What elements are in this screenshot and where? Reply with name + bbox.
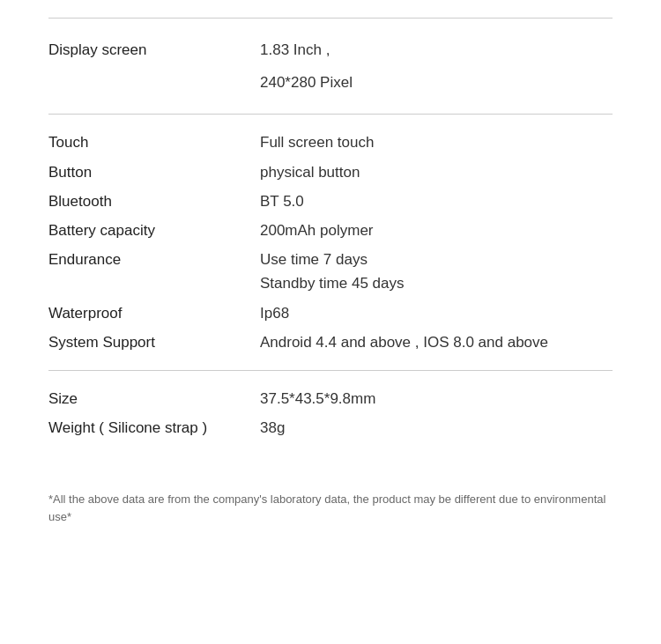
system-support-label: System Support — [48, 330, 260, 354]
display-label: Display screen — [48, 38, 260, 62]
waterproof-row: Waterproof Ip68 — [48, 301, 613, 325]
system-support-value: Android 4.4 and above , IOS 8.0 and abov… — [260, 330, 613, 354]
size-row: Size 37.5*43.5*9.8mm — [48, 387, 613, 411]
touch-row: Touch Full screen touch — [48, 130, 613, 154]
system-support-row: System Support Android 4.4 and above , I… — [48, 330, 613, 354]
button-row: Button physical button — [48, 160, 613, 184]
size-label: Size — [48, 387, 260, 411]
battery-row: Battery capacity 200mAh polymer — [48, 218, 613, 242]
display-value-line2: 240*280 Pixel — [260, 70, 613, 94]
display-section: Display screen 1.83 Inch , 240*280 Pixel — [48, 19, 613, 114]
endurance-row: Endurance Use time 7 days Standby time 4… — [48, 248, 613, 295]
button-label: Button — [48, 160, 260, 184]
touch-value: Full screen touch — [260, 130, 613, 154]
weight-row: Weight ( Silicone strap ) 38g — [48, 416, 613, 440]
waterproof-value: Ip68 — [260, 301, 613, 325]
weight-value: 38g — [260, 416, 613, 440]
size-value: 37.5*43.5*9.8mm — [260, 387, 613, 411]
spec-table: Display screen 1.83 Inch , 240*280 Pixel… — [48, 18, 613, 525]
bluetooth-row: Bluetooth BT 5.0 — [48, 189, 613, 213]
battery-value: 200mAh polymer — [260, 218, 613, 242]
bluetooth-value: BT 5.0 — [260, 189, 613, 213]
bluetooth-label: Bluetooth — [48, 189, 260, 213]
page-container: Display screen 1.83 Inch , 240*280 Pixel… — [0, 0, 661, 644]
touch-label: Touch — [48, 130, 260, 154]
endurance-label: Endurance — [48, 248, 260, 271]
endurance-line1: Use time 7 days — [260, 248, 613, 271]
display-value-line1: 1.83 Inch , — [260, 38, 613, 62]
physical-section: Size 37.5*43.5*9.8mm Weight ( Silicone s… — [48, 371, 613, 455]
battery-label: Battery capacity — [48, 218, 260, 242]
endurance-line2: Standby time 45 days — [260, 271, 613, 295]
waterproof-label: Waterproof — [48, 301, 260, 325]
endurance-value: Use time 7 days Standby time 45 days — [260, 248, 613, 295]
main-specs-section: Touch Full screen touch Button physical … — [48, 115, 613, 370]
button-value: physical button — [260, 160, 613, 184]
display-row: Display screen 1.83 Inch , 240*280 Pixel — [48, 38, 613, 94]
weight-label: Weight ( Silicone strap ) — [48, 416, 260, 440]
display-value: 1.83 Inch , 240*280 Pixel — [260, 38, 613, 94]
disclaimer: *All the above data are from the company… — [48, 491, 613, 525]
